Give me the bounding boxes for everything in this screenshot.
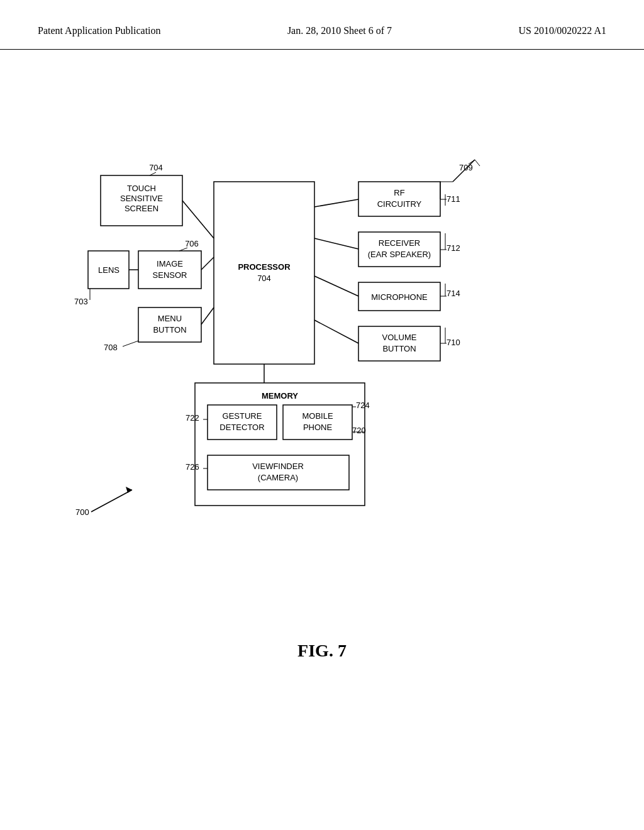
menu-label2: BUTTON bbox=[153, 325, 186, 335]
gesture-label1: GESTURE bbox=[223, 411, 262, 421]
imgsensor-label1: IMAGE bbox=[157, 259, 183, 268]
svg-rect-8 bbox=[214, 182, 314, 364]
svg-marker-44 bbox=[126, 487, 132, 493]
gesture-label2: DETECTOR bbox=[219, 423, 264, 432]
memory-label: MEMORY bbox=[262, 391, 298, 401]
imgsensor-num: 706 bbox=[185, 239, 199, 248]
mobile-label1: MOBILE bbox=[302, 411, 333, 421]
patent-num-label: US 2010/0020222 A1 bbox=[518, 25, 606, 36]
system-num: 700 bbox=[75, 507, 89, 517]
vol-label1: VOLUME bbox=[382, 333, 417, 342]
mic-num: 714 bbox=[447, 289, 460, 298]
rf-label1: RF bbox=[394, 188, 404, 197]
svg-line-39 bbox=[314, 238, 358, 249]
svg-line-7 bbox=[123, 341, 138, 346]
svg-line-40 bbox=[314, 276, 358, 296]
header-right: US 2010/0020222 A1 bbox=[518, 25, 606, 36]
header-center: Jan. 28, 2010 Sheet 6 of 7 bbox=[287, 25, 392, 36]
vf-label1: VIEWFINDER bbox=[252, 462, 304, 471]
touch-label2: SENSITIVE bbox=[120, 194, 163, 203]
mobile-num: 724 bbox=[356, 401, 370, 410]
lens-num: 703 bbox=[74, 297, 88, 306]
processor-label1: PROCESSOR bbox=[238, 262, 291, 272]
fig-label-text: FIG. 7 bbox=[297, 641, 347, 660]
memory-num: 720 bbox=[352, 426, 366, 435]
lens-label: LENS bbox=[98, 265, 119, 275]
menu-num: 708 bbox=[104, 343, 118, 352]
touch-num: 704 bbox=[149, 163, 163, 172]
vol-num: 710 bbox=[447, 338, 460, 347]
mobile-label2: PHONE bbox=[303, 423, 333, 432]
pub-label: Patent Application Publication bbox=[38, 25, 161, 36]
svg-line-14 bbox=[475, 160, 480, 166]
header: Patent Application Publication Jan. 28, … bbox=[0, 0, 644, 50]
header-left: Patent Application Publication bbox=[38, 25, 161, 36]
diagram-area: TOUCH SENSITIVE SCREEN 704 IMAGE SENSOR … bbox=[0, 62, 644, 628]
svg-line-36 bbox=[201, 257, 214, 270]
date-sheet-label: Jan. 28, 2010 Sheet 6 of 7 bbox=[287, 25, 392, 36]
vol-label2: BUTTON bbox=[382, 344, 416, 353]
svg-line-43 bbox=[91, 490, 132, 512]
touch-label3: SCREEN bbox=[125, 204, 158, 213]
receiver-num: 712 bbox=[447, 243, 460, 253]
svg-line-41 bbox=[314, 320, 358, 343]
svg-rect-2 bbox=[138, 251, 201, 289]
svg-line-38 bbox=[314, 199, 358, 207]
processor-label2: 704 bbox=[257, 274, 271, 283]
touch-label1: TOUCH bbox=[127, 184, 156, 193]
svg-line-37 bbox=[201, 307, 214, 324]
receiver-label1: RECEIVER bbox=[379, 238, 420, 248]
fig-label: FIG. 7 bbox=[0, 641, 644, 661]
imgsensor-label2: SENSOR bbox=[153, 270, 187, 280]
mic-label: MICROPHONE bbox=[371, 292, 428, 302]
menu-label1: MENU bbox=[158, 314, 182, 323]
svg-line-34 bbox=[182, 201, 214, 238]
vf-num: 726 bbox=[186, 462, 199, 472]
vf-label2: (CAMERA) bbox=[258, 473, 298, 482]
rf-num: 711 bbox=[447, 194, 460, 204]
rf-label2: CIRCUITRY bbox=[377, 199, 422, 209]
gesture-num: 722 bbox=[186, 413, 199, 423]
receiver-label2: (EAR SPEAKER) bbox=[368, 250, 431, 259]
